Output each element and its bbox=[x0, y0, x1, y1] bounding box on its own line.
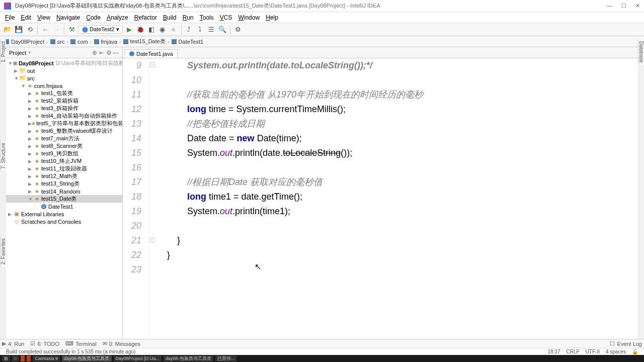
taskbar-item-2[interactable]: Day08Project [D:\Ja... bbox=[114, 355, 162, 361]
menu-build[interactable]: Build bbox=[160, 14, 180, 21]
vcs-icon[interactable]: ⤴ bbox=[185, 25, 194, 34]
menu-vcs[interactable]: VCS bbox=[217, 14, 235, 21]
run-tool[interactable]: ▶4: Run bbox=[2, 340, 24, 347]
structure-icon[interactable]: ☰ bbox=[207, 25, 216, 34]
menu-help[interactable]: Help bbox=[263, 14, 281, 21]
tab-datetest1[interactable]: DateTest1.java bbox=[125, 49, 178, 58]
collapse-icon[interactable]: ⇤ bbox=[98, 49, 105, 56]
menu-navigate[interactable]: Navigate bbox=[53, 14, 83, 21]
forward-icon[interactable]: → bbox=[52, 25, 61, 34]
crumb-5[interactable]: DateTest1 bbox=[179, 39, 204, 45]
menu-run[interactable]: Run bbox=[180, 14, 197, 21]
todo-tool[interactable]: ☑6: TODO bbox=[30, 340, 59, 347]
menu-window[interactable]: Window bbox=[235, 14, 263, 21]
editor-tabs: DateTest1.java bbox=[123, 47, 638, 58]
menu-refactor[interactable]: Refactor bbox=[131, 14, 160, 21]
menu-bar: FileEditViewNavigateCodeAnalyzeRefactorB… bbox=[0, 12, 644, 23]
crumb-3[interactable]: fmjava bbox=[101, 39, 117, 45]
stop-icon[interactable]: ■ bbox=[169, 25, 178, 34]
intellij-icon bbox=[4, 3, 11, 10]
locate-icon[interactable]: ⊕ bbox=[91, 49, 98, 56]
tree-test1_包装类[interactable]: ▶◉test1_包装类 bbox=[6, 89, 122, 97]
win-start[interactable]: ⊞ bbox=[2, 355, 10, 361]
window-controls: — ☐ ✕ bbox=[607, 3, 640, 9]
gear-icon[interactable]: ⚙ bbox=[105, 49, 112, 56]
eventlog-tool[interactable]: ☐Event Log bbox=[610, 340, 642, 347]
close-icon[interactable]: ✕ bbox=[635, 3, 640, 9]
hide-icon[interactable]: — bbox=[112, 49, 119, 56]
tree-test2_装箱拆箱[interactable]: ▶◉test2_装箱拆箱 bbox=[6, 97, 122, 105]
tree-test7_main方法[interactable]: ▶◉test7_main方法 bbox=[6, 135, 122, 142]
tree-Day08Project[interactable]: ▼▣Day08ProjectD:\Java零基础到项目实战教程\d bbox=[6, 59, 122, 67]
taskbar-item-4[interactable]: 已暂停... bbox=[215, 355, 237, 361]
tree-com.fmjava[interactable]: ▼◉com.fmjava bbox=[6, 82, 122, 89]
taskbar-item-1[interactable]: day08-包装类与工具类 bbox=[62, 355, 112, 361]
tree-src[interactable]: ▼📁src bbox=[6, 74, 122, 82]
tree-test10_终止JVM[interactable]: ▶◉test10_终止JVM bbox=[6, 157, 122, 165]
run-icon[interactable]: ▶ bbox=[125, 25, 134, 34]
sync-icon[interactable]: ⟲ bbox=[25, 25, 34, 34]
tree-test8_Scanner类[interactable]: ▶◉test8_Scanner类 bbox=[6, 142, 122, 150]
back-icon[interactable]: ← bbox=[41, 25, 50, 34]
vcs-update-icon[interactable]: ⤵ bbox=[196, 25, 205, 34]
profile-icon[interactable]: ◉ bbox=[158, 25, 167, 34]
tree-test6_整数类valueof缓存设计[interactable]: ▶◉test6_整数类valueof缓存设计 bbox=[6, 127, 122, 135]
debug-icon[interactable]: 🐞 bbox=[136, 25, 145, 34]
menu-edit[interactable]: Edit bbox=[18, 14, 34, 21]
fold-end-icon[interactable]: − bbox=[150, 237, 155, 242]
menu-code[interactable]: Code bbox=[83, 14, 104, 21]
status-lock-icon[interactable]: 🔓 bbox=[632, 349, 638, 354]
open-icon[interactable]: 📂 bbox=[3, 25, 12, 34]
settings-icon[interactable]: ⚙ bbox=[233, 25, 243, 34]
status-message: Build completed successfully in 1 s 535 … bbox=[6, 349, 135, 354]
menu-analyze[interactable]: Analyze bbox=[104, 14, 131, 21]
run-config-select[interactable]: ⬤ DateTest2 ▾ bbox=[78, 25, 123, 34]
tree-DateTest1[interactable]: CDateTest1 bbox=[6, 203, 122, 210]
build-icon[interactable]: ⚒ bbox=[67, 25, 76, 34]
status-enc[interactable]: UTF-8 bbox=[586, 349, 600, 354]
tree-External Libraries[interactable]: ▶▣External Libraries bbox=[6, 210, 122, 218]
crumb-2[interactable]: com bbox=[77, 39, 88, 45]
java-icon bbox=[129, 51, 134, 56]
tree-test4_自动装箱与自动拆箱操作[interactable]: ▶◉test4_自动装箱与自动拆箱操作 bbox=[6, 112, 122, 120]
status-indent[interactable]: 4 spaces bbox=[606, 349, 626, 354]
code-area[interactable]: 91011121314151617181920212223 − − System… bbox=[123, 58, 638, 341]
project-panel: Project ▾ ⊕ ⇤ ⚙ — ▼▣Day08ProjectD:\Java零… bbox=[6, 47, 123, 351]
menu-tools[interactable]: Tools bbox=[197, 14, 217, 21]
main-area: Project ▾ ⊕ ⇤ ⚙ — ▼▣Day08ProjectD:\Java零… bbox=[0, 47, 644, 351]
tree-Scratches and Consoles[interactable]: ◇Scratches and Consoles bbox=[6, 218, 122, 225]
terminal-tool[interactable]: ⌨Terminal bbox=[65, 340, 97, 347]
crumb-4[interactable]: test15_Date类 bbox=[130, 38, 166, 45]
tree-test11_垃圾回收器[interactable]: ▶◉test11_垃圾回收器 bbox=[6, 165, 122, 172]
coverage-icon[interactable]: ◧ bbox=[147, 25, 156, 34]
minimize-icon[interactable]: — bbox=[607, 3, 612, 9]
tb-browser[interactable] bbox=[21, 355, 25, 361]
search-icon[interactable]: 🔍 bbox=[218, 25, 227, 34]
messages-tool[interactable]: ✉0: Messages bbox=[103, 340, 140, 347]
tree-test12_Math类[interactable]: ▶◉test12_Math类 bbox=[6, 172, 122, 180]
project-tree[interactable]: ▼▣Day08ProjectD:\Java零基础到项目实战教程\d▶📁out▼📁… bbox=[6, 58, 122, 351]
tree-test5_字符串与基本数据类型和包装类型转[interactable]: ▶◉test5_字符串与基本数据类型和包装类型转 bbox=[6, 120, 122, 127]
taskbar-item-3[interactable]: day08-包装类与工具类 bbox=[164, 355, 213, 361]
menu-file[interactable]: File bbox=[2, 14, 18, 21]
tree-test14_Random[interactable]: ▶◉test14_Random bbox=[6, 188, 122, 195]
save-icon[interactable]: 💾 bbox=[14, 25, 23, 34]
maximize-icon[interactable]: ☐ bbox=[621, 3, 626, 9]
tree-test3_拆箱操作[interactable]: ▶◉test3_拆箱操作 bbox=[6, 105, 122, 112]
menu-view[interactable]: View bbox=[34, 14, 53, 21]
code-text[interactable]: System.out.println(date.toLocaleString()… bbox=[158, 58, 638, 341]
tree-test15_Date类[interactable]: ▼◉test15_Date类 bbox=[6, 195, 122, 203]
status-time: 18:37 bbox=[547, 349, 560, 354]
fold-column: − − bbox=[149, 58, 158, 341]
title-right: ...\src\com\fmjava\test15_Date类\DateTest… bbox=[189, 2, 607, 10]
tree-out[interactable]: ▶📁out bbox=[6, 67, 122, 74]
fold-icon[interactable]: − bbox=[150, 62, 155, 67]
tb-app1[interactable] bbox=[27, 355, 31, 361]
status-sep[interactable]: CRLF bbox=[567, 349, 580, 354]
win-search[interactable]: ○ bbox=[12, 355, 19, 361]
tree-test13_String类[interactable]: ▶◉test13_String类 bbox=[6, 180, 122, 188]
crumb-1[interactable]: src bbox=[57, 39, 65, 45]
crumb-0[interactable]: Day08Project bbox=[11, 39, 44, 45]
taskbar-item-0[interactable]: Camtasia 9 bbox=[33, 355, 60, 361]
tree-test9_拷贝数组[interactable]: ▶◉test9_拷贝数组 bbox=[6, 150, 122, 157]
